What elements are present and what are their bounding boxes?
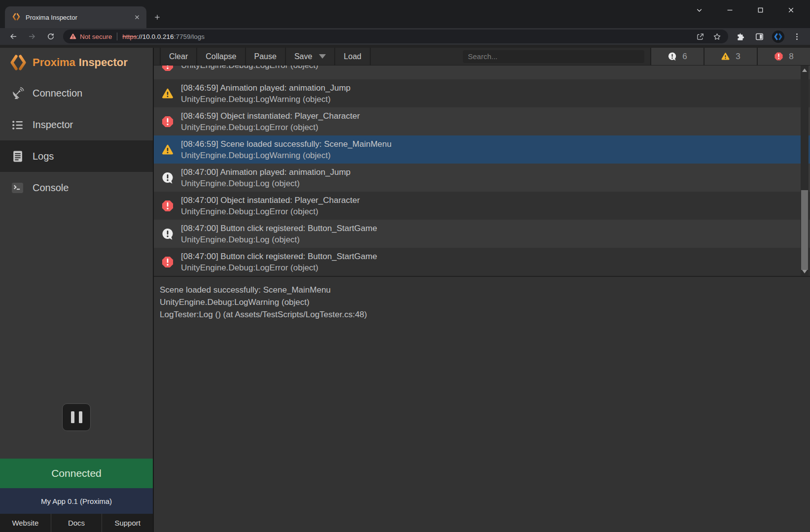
log-stacktrace: UnityEngine.Debug:LogError (object) bbox=[181, 206, 360, 217]
connection-status-badge: Connected bbox=[0, 459, 153, 488]
satellite-icon bbox=[11, 87, 24, 100]
log-row[interactable]: [08:46:59] Animation played: animation_J… bbox=[154, 79, 810, 107]
log-message: [08:47:00] Animation played: animation_J… bbox=[181, 166, 351, 178]
error-icon bbox=[161, 66, 174, 72]
warning-count-filter[interactable]: 3 bbox=[704, 48, 757, 65]
log-level-counters: 6 3 8 bbox=[650, 48, 810, 65]
sidebar-item-label: Logs bbox=[33, 151, 54, 162]
pause-button[interactable]: Pause bbox=[246, 48, 286, 65]
new-tab-button[interactable] bbox=[150, 10, 164, 24]
collapse-button[interactable]: Collapse bbox=[197, 48, 246, 65]
scrollbar-thumb[interactable] bbox=[801, 190, 808, 270]
sidebar-item-console[interactable]: Console bbox=[0, 172, 153, 203]
error-icon bbox=[161, 256, 174, 268]
warning-icon bbox=[161, 143, 174, 156]
log-message: [08:47:00] Object instantiated: Player_C… bbox=[181, 195, 360, 206]
browser-tab[interactable]: Proxima Inspector bbox=[5, 6, 146, 28]
omnibox-divider bbox=[117, 33, 117, 40]
minimize-button[interactable] bbox=[714, 3, 745, 17]
app-sidebar: Proxima Inspector Connection Inspector L… bbox=[0, 48, 153, 532]
close-window-button[interactable] bbox=[775, 3, 806, 17]
pause-icon bbox=[71, 411, 74, 423]
log-stacktrace: UnityEngine.Debug:LogWarning (object) bbox=[181, 150, 391, 161]
log-stacktrace: UnityEngine.Debug:LogError (object) bbox=[181, 66, 318, 71]
log-row[interactable]: [08:46:59] Scene loaded successfully: Sc… bbox=[154, 135, 810, 164]
plus-icon bbox=[153, 13, 161, 21]
log-row[interactable]: [08:46:59] Object instantiated: Player_C… bbox=[154, 107, 810, 135]
sidebar-item-label: Connection bbox=[33, 88, 82, 99]
log-row[interactable]: [08:47:00] Button click registered: Butt… bbox=[154, 220, 810, 248]
error-count: 8 bbox=[789, 52, 793, 62]
share-button[interactable] bbox=[695, 31, 705, 42]
browser-window: Proxima Inspector Not secure https://10.… bbox=[0, 0, 810, 532]
log-stacktrace: UnityEngine.Debug:Log (object) bbox=[181, 178, 351, 189]
log-message: [08:46:59] Animation played: animation_J… bbox=[181, 82, 351, 94]
forward-button[interactable] bbox=[26, 30, 38, 43]
tab-strip: Proxima Inspector bbox=[0, 0, 810, 28]
app-logo: Proxima Inspector bbox=[0, 48, 153, 77]
log-row[interactable]: [08:47:00] Animation played: animation_J… bbox=[154, 164, 810, 192]
log-message: [08:47:00] Button click registered: Butt… bbox=[181, 223, 377, 234]
log-detail-panel: Scene loaded successfully: Scene_MainMen… bbox=[154, 276, 810, 532]
detail-line: Scene loaded successfully: Scene_MainMen… bbox=[160, 284, 810, 296]
logs-toolbar: Clear Collapse Pause Save Load 6 3 8 bbox=[154, 48, 810, 66]
bookmark-star-button[interactable] bbox=[711, 31, 722, 42]
security-label[interactable]: Not secure bbox=[80, 33, 112, 40]
info-count-filter[interactable]: 6 bbox=[650, 48, 704, 65]
warning-count: 3 bbox=[736, 52, 740, 62]
reload-button[interactable] bbox=[44, 30, 57, 43]
log-message: [08:46:59] Scene loaded successfully: Sc… bbox=[181, 138, 391, 150]
log-row[interactable]: UnityEngine.Debug:LogError (object) bbox=[154, 66, 810, 79]
log-message: [08:47:00] Button click registered: Butt… bbox=[181, 251, 377, 262]
tab-search-chevron-icon[interactable] bbox=[684, 3, 714, 17]
footer-link-docs[interactable]: Docs bbox=[51, 514, 103, 532]
extensions-puzzle-button[interactable] bbox=[734, 30, 747, 43]
log-row[interactable]: [08:47:00] Object instantiated: Player_C… bbox=[154, 192, 810, 220]
log-stacktrace: UnityEngine.Debug:Log (object) bbox=[181, 234, 377, 245]
log-scrollbar[interactable] bbox=[801, 66, 809, 276]
error-count-filter[interactable]: 8 bbox=[757, 48, 810, 65]
log-stacktrace: UnityEngine.Debug:LogError (object) bbox=[181, 262, 377, 273]
profile-avatar[interactable] bbox=[771, 30, 785, 43]
tab-title: Proxima Inspector bbox=[26, 14, 133, 21]
log-list: UnityEngine.Debug:LogError (object) [08:… bbox=[154, 66, 810, 276]
footer-link-website[interactable]: Website bbox=[0, 514, 51, 532]
clear-button[interactable]: Clear bbox=[161, 48, 197, 65]
scroll-down-arrow-icon[interactable] bbox=[801, 268, 809, 275]
not-secure-warning-icon bbox=[69, 33, 77, 40]
browser-menu-button[interactable] bbox=[790, 30, 804, 43]
sidebar-footer: WebsiteDocsSupport bbox=[0, 514, 153, 532]
back-button[interactable] bbox=[7, 30, 20, 43]
info-icon bbox=[161, 228, 174, 240]
save-button[interactable]: Save bbox=[286, 48, 335, 65]
detail-line: LogTester:Log () (at Assets/TestScripts/… bbox=[160, 308, 810, 321]
log-stacktrace: UnityEngine.Debug:LogWarning (object) bbox=[181, 94, 351, 105]
load-button[interactable]: Load bbox=[335, 48, 371, 65]
sidebar-item-inspector[interactable]: Inspector bbox=[0, 109, 153, 140]
footer-link-support[interactable]: Support bbox=[102, 514, 153, 532]
terminal-icon bbox=[11, 181, 24, 195]
pause-stream-button[interactable] bbox=[62, 403, 91, 431]
list-icon bbox=[11, 118, 24, 132]
proxima-favicon-icon bbox=[12, 13, 21, 22]
sidebar-item-label: Console bbox=[33, 182, 69, 194]
address-bar[interactable]: Not secure https://10.0.0.216:7759/logs bbox=[63, 30, 728, 43]
save-dropdown-caret-icon[interactable] bbox=[319, 54, 326, 59]
logs-panel: Clear Collapse Pause Save Load 6 3 8 Uni… bbox=[153, 48, 810, 532]
document-icon bbox=[11, 150, 24, 163]
info-icon bbox=[161, 171, 174, 184]
tab-close-icon[interactable] bbox=[133, 13, 141, 22]
log-row[interactable]: [08:47:00] Button click registered: Butt… bbox=[154, 248, 810, 276]
error-icon bbox=[774, 52, 783, 61]
warning-icon bbox=[721, 52, 730, 61]
sidebar-nav: Connection Inspector Logs Console bbox=[0, 77, 153, 203]
sidebar-item-logs[interactable]: Logs bbox=[0, 140, 153, 172]
sidebar-item-connection[interactable]: Connection bbox=[0, 77, 153, 109]
sidebar-item-label: Inspector bbox=[33, 119, 73, 131]
search-input[interactable] bbox=[463, 50, 644, 63]
scroll-up-arrow-icon[interactable] bbox=[801, 66, 809, 73]
side-panel-button[interactable] bbox=[752, 30, 766, 43]
log-stacktrace: UnityEngine.Debug:LogError (object) bbox=[181, 122, 360, 133]
error-icon bbox=[161, 115, 174, 128]
maximize-button[interactable] bbox=[745, 3, 775, 17]
